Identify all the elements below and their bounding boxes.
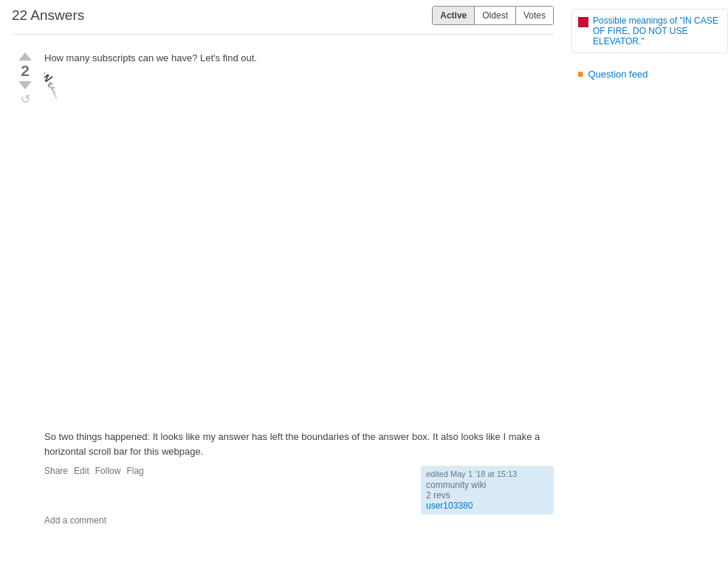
answer-block: 2 ↺ How many subscripts can we have? Let…: [12, 44, 554, 534]
flag-icon: [578, 17, 588, 27]
sort-tabs: Active Oldest Votes: [432, 6, 554, 25]
rss-icon: ■: [577, 68, 583, 80]
user-info: community wiki 2 revs user103380: [426, 480, 549, 511]
answer-body-text: So two things happened: It looks like my…: [44, 430, 554, 458]
community-wiki-label: community wiki: [426, 480, 549, 490]
edited-label: edited: [426, 469, 448, 478]
user-card: edited May 1 '18 at 15:13 community wiki…: [421, 466, 554, 515]
answers-count: 22 Answers: [12, 7, 84, 24]
vote-column: 2 ↺: [12, 52, 38, 526]
vote-up-button[interactable]: [18, 52, 32, 61]
linked-question-link[interactable]: Possible meanings of "IN CASE OF FIRE, D…: [593, 16, 718, 47]
edit-date-link[interactable]: May 1 '18 at 15:13: [450, 469, 517, 478]
edit-date: edited May 1 '18 at 15:13: [426, 469, 549, 478]
answer-body: How many subscripts can we have? Let's f…: [44, 52, 554, 526]
answer-footer: Share Edit Follow Flag edited May 1 '18 …: [44, 466, 554, 515]
subscript-chain: WEEEEEEEEEEEEEEEEEEEEEEEEEEEEEEEEEEEEEEE…: [44, 69, 68, 130]
username-link[interactable]: user103380: [426, 500, 549, 511]
add-comment-link[interactable]: Add a comment: [44, 515, 106, 526]
subscript-e9: E: [56, 102, 57, 103]
follow-link[interactable]: Follow: [95, 466, 121, 476]
sort-tab-oldest[interactable]: Oldest: [475, 7, 516, 24]
vote-down-button[interactable]: [18, 81, 32, 89]
flag-link[interactable]: Flag: [126, 466, 143, 476]
answer-actions: Share Edit Follow Flag: [44, 466, 144, 476]
question-feed: ■ Question feed: [571, 62, 728, 86]
sort-tab-active[interactable]: Active: [433, 7, 475, 24]
share-link[interactable]: Share: [44, 466, 68, 476]
revs-label: 2 revs: [426, 490, 549, 500]
history-icon[interactable]: ↺: [21, 92, 30, 106]
sidebar: Possible meanings of "IN CASE OF FIRE, D…: [566, 0, 728, 578]
sort-tab-votes[interactable]: Votes: [516, 7, 553, 24]
linked-widget: Possible meanings of "IN CASE OF FIRE, D…: [571, 9, 728, 53]
linked-item: Possible meanings of "IN CASE OF FIRE, D…: [572, 10, 727, 52]
answer-intro: How many subscripts can we have? Let's f…: [44, 52, 554, 63]
diagonal-container: WEEEEEEEEEEEEEEEEEEEEEEEEEEEEEEEEEEEEEEE…: [44, 69, 554, 424]
math-display: WEEEEEEEEEEEEEEEEEEEEEEEEEEEEEEEEEEEEEEE…: [44, 69, 554, 424]
edit-link[interactable]: Edit: [74, 466, 89, 476]
linked-item-text: Possible meanings of "IN CASE OF FIRE, D…: [593, 16, 721, 47]
vote-count: 2: [21, 62, 30, 80]
question-feed-link[interactable]: Question feed: [588, 69, 648, 80]
answers-header: 22 Answers Active Oldest Votes: [12, 0, 554, 35]
